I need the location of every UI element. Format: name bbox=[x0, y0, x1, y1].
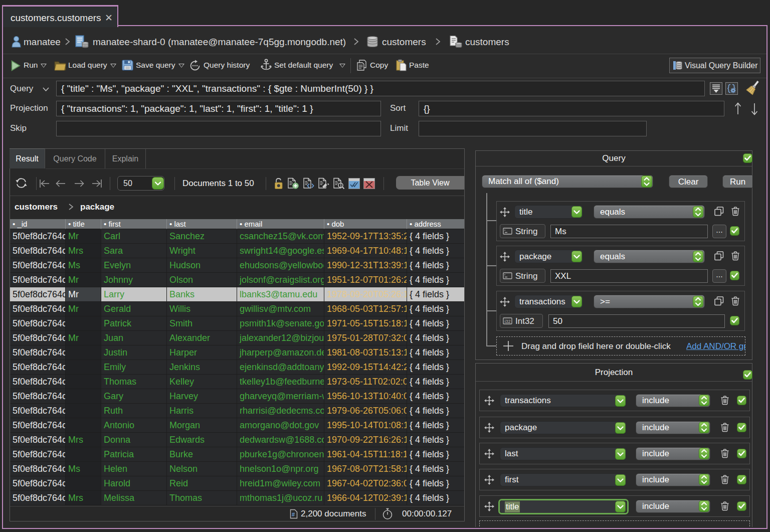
svg-text:#: # bbox=[292, 511, 295, 517]
svg-text:i32: i32 bbox=[505, 319, 511, 324]
